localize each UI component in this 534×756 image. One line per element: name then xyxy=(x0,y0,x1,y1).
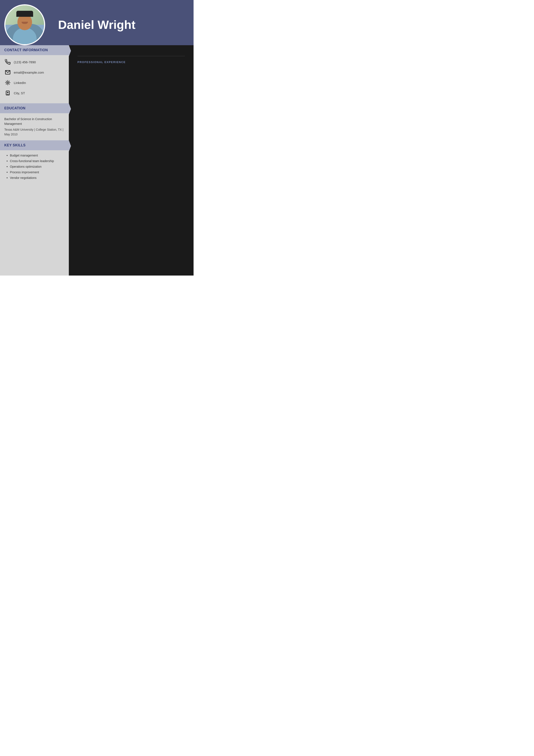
skills-section-title: KEY SKILLS xyxy=(4,143,26,147)
candidate-name: Daniel Wright xyxy=(58,18,185,31)
location-icon xyxy=(4,90,11,96)
contact-linkedin: LinkedIn xyxy=(4,79,64,86)
skill-item: Process improvement xyxy=(7,171,64,174)
resume-header: Daniel Wright xyxy=(0,0,193,45)
resume-body: CONTACT INFORMATION (123) 456-7890 xyxy=(0,45,193,276)
summary-section xyxy=(77,52,185,56)
resume: Daniel Wright CONTACT INFORMATION xyxy=(0,0,193,276)
education-section-header: EDUCATION xyxy=(0,103,69,113)
name-section: Daniel Wright xyxy=(58,18,185,31)
professional-experience-header: PROFESSIONAL EXPERIENCE xyxy=(77,61,185,64)
location-value: City, ST xyxy=(14,91,25,95)
svg-point-1 xyxy=(7,82,9,84)
skill-item: Operations optimization xyxy=(7,165,64,168)
sidebar: CONTACT INFORMATION (123) 456-7890 xyxy=(0,45,69,276)
svg-point-11 xyxy=(7,92,9,94)
skills-section: KEY SKILLS Budget management Cross-funct… xyxy=(0,140,69,185)
skill-item: Cross-functional team leadership xyxy=(7,159,64,163)
education-detail: Texas A&M University | College Station, … xyxy=(4,127,64,137)
contact-section-header: CONTACT INFORMATION xyxy=(0,45,69,55)
linkedin-value: LinkedIn xyxy=(14,81,26,85)
education-content: Bachelor of Science in Construction Mana… xyxy=(0,117,69,140)
email-value: email@example.com xyxy=(14,70,44,74)
skills-section-header: KEY SKILLS xyxy=(0,140,69,150)
svg-line-8 xyxy=(6,84,7,84)
svg-line-9 xyxy=(9,81,10,82)
svg-line-7 xyxy=(9,84,10,84)
contact-phone: (123) 456-7890 xyxy=(4,59,64,66)
education-section: EDUCATION Bachelor of Science in Constru… xyxy=(0,103,69,140)
contact-section: CONTACT INFORMATION (123) 456-7890 xyxy=(0,45,69,103)
skill-item: Vendor negotiations xyxy=(7,176,64,179)
email-icon xyxy=(4,69,11,76)
main-content: PROFESSIONAL EXPERIENCE xyxy=(69,45,193,276)
svg-line-6 xyxy=(6,81,7,82)
phone-icon xyxy=(4,59,11,66)
contact-section-title: CONTACT INFORMATION xyxy=(4,48,48,52)
avatar xyxy=(4,4,45,45)
contact-list: (123) 456-7890 email@example.com xyxy=(0,59,69,103)
linkedin-icon xyxy=(4,79,11,86)
contact-email: email@example.com xyxy=(4,69,64,76)
contact-location: City, ST xyxy=(4,90,64,96)
education-section-title: EDUCATION xyxy=(4,106,25,110)
skills-list: Budget management Cross-functional team … xyxy=(0,154,69,185)
phone-value: (123) 456-7890 xyxy=(14,60,36,64)
skill-item: Budget management xyxy=(7,154,64,157)
education-degree: Bachelor of Science in Construction Mana… xyxy=(4,117,64,126)
